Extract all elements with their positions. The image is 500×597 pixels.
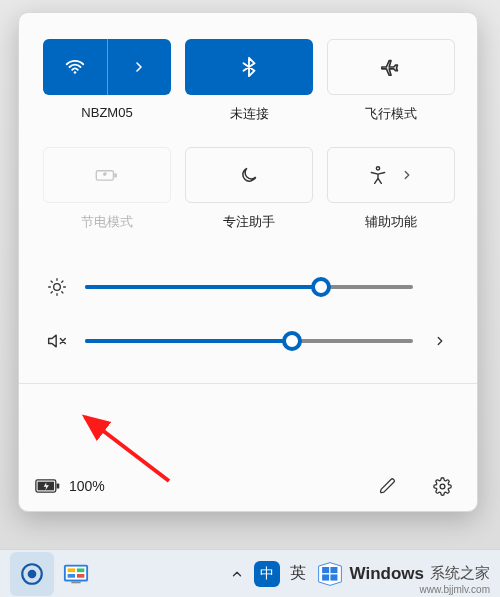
watermark-url: www.bjjmlv.com	[420, 584, 490, 595]
volume-slider[interactable]	[85, 332, 413, 350]
wifi-icon	[64, 56, 86, 78]
battery-charging-icon	[35, 477, 61, 495]
svg-rect-6	[57, 483, 60, 488]
volume-muted-icon[interactable]	[43, 331, 71, 351]
tile-bluetooth: 未连接	[185, 39, 313, 123]
accessibility-label: 辅助功能	[365, 213, 417, 231]
volume-row	[43, 331, 453, 351]
taskbar-chevron-up-icon[interactable]	[230, 567, 244, 581]
svg-rect-2	[114, 173, 117, 177]
svg-point-3	[376, 167, 379, 170]
taskbar-settings-app[interactable]	[10, 552, 54, 596]
gear-icon	[433, 477, 452, 496]
focus-label: 专注助手	[223, 213, 275, 231]
volume-thumb[interactable]	[282, 331, 302, 351]
quick-tiles-grid: NBZM05 未连接 飞行模式	[19, 13, 477, 237]
svg-point-4	[54, 284, 61, 291]
tile-wifi: NBZM05	[43, 39, 171, 123]
ime-language-indicator[interactable]: 英	[290, 563, 306, 584]
battery-saver-label: 节电模式	[81, 213, 133, 231]
battery-percent-text: 100%	[69, 478, 105, 494]
battery-saver-button[interactable]	[43, 147, 171, 203]
wifi-label: NBZM05	[81, 105, 132, 120]
panel-separator	[19, 383, 477, 384]
brightness-row	[43, 277, 453, 297]
tile-battery-saver: 节电模式	[43, 147, 171, 231]
battery-saver-icon	[95, 165, 119, 185]
taskbar-control-panel-app[interactable]	[54, 552, 98, 596]
volume-output-expand[interactable]	[427, 334, 453, 348]
tile-airplane: 飞行模式	[327, 39, 455, 123]
svg-rect-19	[330, 567, 337, 573]
settings-button[interactable]	[425, 471, 459, 501]
svg-rect-21	[330, 574, 337, 580]
focus-button[interactable]	[185, 147, 313, 203]
svg-rect-20	[322, 574, 329, 580]
svg-rect-18	[322, 567, 329, 573]
wifi-toggle-half[interactable]	[43, 39, 107, 95]
svg-rect-14	[77, 568, 84, 572]
tile-focus: 专注助手	[185, 147, 313, 231]
edit-quick-settings-button[interactable]	[371, 471, 405, 501]
watermark-suffix: 系统之家	[430, 564, 490, 583]
accessibility-button[interactable]	[327, 147, 455, 203]
brightness-icon	[43, 277, 71, 297]
svg-point-0	[73, 71, 76, 74]
chevron-right-icon	[131, 59, 147, 75]
wifi-expand-half[interactable]	[108, 39, 172, 95]
footer-actions	[371, 471, 459, 501]
svg-rect-17	[71, 581, 80, 583]
svg-rect-15	[68, 574, 75, 578]
watermark-brand: Windows	[350, 564, 424, 584]
wifi-button[interactable]	[43, 39, 171, 95]
windows-logo-icon	[316, 560, 344, 588]
svg-rect-13	[68, 568, 75, 572]
bluetooth-icon	[238, 56, 260, 78]
moon-icon	[239, 165, 259, 185]
svg-point-10	[28, 569, 37, 578]
svg-rect-16	[77, 574, 84, 578]
svg-point-8	[440, 484, 445, 489]
bluetooth-label: 未连接	[230, 105, 269, 123]
tile-accessibility: 辅助功能	[327, 147, 455, 231]
bluetooth-button[interactable]	[185, 39, 313, 95]
quick-settings-panel: NBZM05 未连接 飞行模式	[18, 12, 478, 512]
panel-footer: 100%	[19, 461, 477, 511]
brightness-slider[interactable]	[85, 278, 413, 296]
airplane-button[interactable]	[327, 39, 455, 95]
chevron-right-icon	[400, 168, 414, 182]
sliders-area	[19, 259, 477, 357]
airplane-label: 飞行模式	[365, 105, 417, 123]
volume-fill	[85, 339, 292, 343]
ime-mode-badge[interactable]: 中	[254, 561, 280, 587]
battery-status[interactable]: 100%	[35, 477, 105, 495]
accessibility-icon	[368, 165, 388, 185]
brightness-thumb[interactable]	[311, 277, 331, 297]
brightness-fill	[85, 285, 321, 289]
airplane-icon	[380, 56, 402, 78]
